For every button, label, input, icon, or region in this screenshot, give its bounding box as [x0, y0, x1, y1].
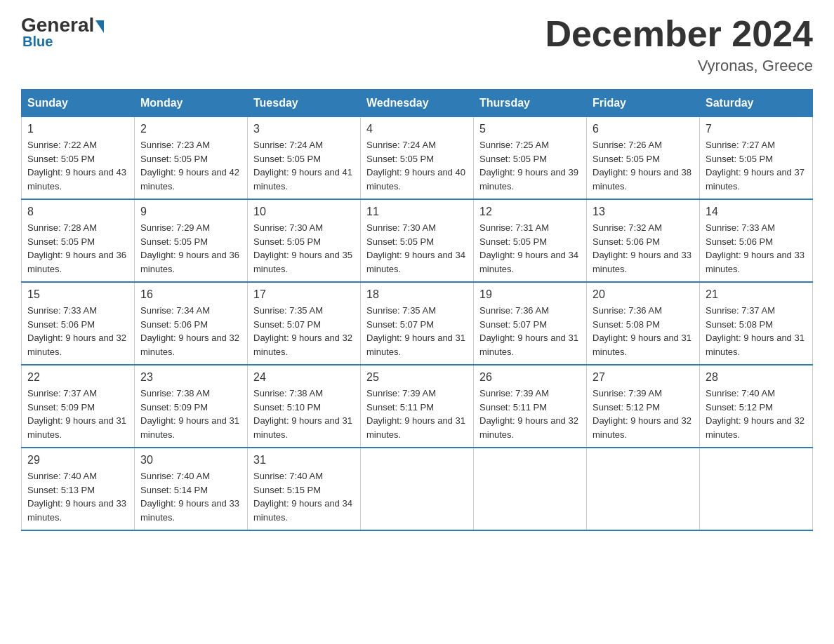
calendar-cell: 23Sunrise: 7:38 AMSunset: 5:09 PMDayligh… [135, 365, 248, 448]
calendar-cell: 26Sunrise: 7:39 AMSunset: 5:11 PMDayligh… [474, 365, 587, 448]
day-info: Sunrise: 7:25 AMSunset: 5:05 PMDaylight:… [479, 138, 581, 193]
day-number: 27 [593, 371, 694, 384]
calendar-header-row: SundayMondayTuesdayWednesdayThursdayFrid… [22, 90, 813, 117]
day-number: 22 [27, 371, 128, 384]
calendar-cell: 13Sunrise: 7:32 AMSunset: 5:06 PMDayligh… [587, 199, 700, 282]
col-header-thursday: Thursday [474, 90, 587, 117]
calendar-week-row: 1Sunrise: 7:22 AMSunset: 5:05 PMDaylight… [22, 117, 813, 200]
col-header-wednesday: Wednesday [361, 90, 474, 117]
calendar-cell: 19Sunrise: 7:36 AMSunset: 5:07 PMDayligh… [474, 282, 587, 365]
day-number: 28 [706, 371, 807, 384]
logo-blue: Blue [22, 34, 53, 50]
day-number: 16 [140, 288, 241, 301]
calendar-cell: 25Sunrise: 7:39 AMSunset: 5:11 PMDayligh… [361, 365, 474, 448]
col-header-monday: Monday [135, 90, 248, 117]
day-info: Sunrise: 7:31 AMSunset: 5:05 PMDaylight:… [479, 221, 581, 276]
col-header-saturday: Saturday [700, 90, 813, 117]
calendar-cell: 15Sunrise: 7:33 AMSunset: 5:06 PMDayligh… [22, 282, 135, 365]
col-header-tuesday: Tuesday [248, 90, 361, 117]
day-info: Sunrise: 7:37 AMSunset: 5:09 PMDaylight:… [27, 387, 128, 441]
day-info: Sunrise: 7:33 AMSunset: 5:06 PMDaylight:… [27, 304, 128, 358]
day-info: Sunrise: 7:28 AMSunset: 5:05 PMDaylight:… [27, 221, 128, 276]
day-info: Sunrise: 7:24 AMSunset: 5:05 PMDaylight:… [253, 138, 355, 193]
day-info: Sunrise: 7:23 AMSunset: 5:05 PMDaylight:… [140, 138, 241, 193]
day-number: 21 [706, 288, 807, 301]
calendar-cell: 11Sunrise: 7:30 AMSunset: 5:05 PMDayligh… [361, 199, 474, 282]
calendar-cell: 22Sunrise: 7:37 AMSunset: 5:09 PMDayligh… [22, 365, 135, 448]
calendar-table: SundayMondayTuesdayWednesdayThursdayFrid… [21, 89, 813, 531]
logo: General Blue [21, 14, 104, 50]
day-number: 9 [140, 206, 241, 218]
calendar-cell: 7Sunrise: 7:27 AMSunset: 5:05 PMDaylight… [700, 117, 813, 200]
day-number: 15 [27, 288, 128, 301]
day-number: 2 [140, 123, 241, 135]
calendar-cell: 9Sunrise: 7:29 AMSunset: 5:05 PMDaylight… [135, 199, 248, 282]
day-info: Sunrise: 7:30 AMSunset: 5:05 PMDaylight:… [366, 221, 468, 276]
day-info: Sunrise: 7:39 AMSunset: 5:12 PMDaylight:… [593, 387, 694, 441]
calendar-cell: 8Sunrise: 7:28 AMSunset: 5:05 PMDaylight… [22, 199, 135, 282]
day-info: Sunrise: 7:32 AMSunset: 5:06 PMDaylight:… [593, 221, 694, 276]
calendar-cell: 4Sunrise: 7:24 AMSunset: 5:05 PMDaylight… [361, 117, 474, 200]
day-info: Sunrise: 7:40 AMSunset: 5:12 PMDaylight:… [706, 387, 807, 441]
day-info: Sunrise: 7:40 AMSunset: 5:13 PMDaylight:… [27, 469, 128, 524]
day-info: Sunrise: 7:38 AMSunset: 5:09 PMDaylight:… [140, 387, 241, 441]
calendar-cell: 30Sunrise: 7:40 AMSunset: 5:14 PMDayligh… [135, 448, 248, 530]
calendar-cell: 6Sunrise: 7:26 AMSunset: 5:05 PMDaylight… [587, 117, 700, 200]
calendar-cell [474, 448, 587, 530]
day-number: 12 [479, 206, 581, 218]
day-number: 18 [366, 288, 468, 301]
day-info: Sunrise: 7:29 AMSunset: 5:05 PMDaylight:… [140, 221, 241, 276]
day-info: Sunrise: 7:33 AMSunset: 5:06 PMDaylight:… [706, 221, 807, 276]
day-number: 13 [593, 206, 694, 218]
calendar-cell: 1Sunrise: 7:22 AMSunset: 5:05 PMDaylight… [22, 117, 135, 200]
calendar-cell: 28Sunrise: 7:40 AMSunset: 5:12 PMDayligh… [700, 365, 813, 448]
calendar-week-row: 8Sunrise: 7:28 AMSunset: 5:05 PMDaylight… [22, 199, 813, 282]
calendar-cell: 27Sunrise: 7:39 AMSunset: 5:12 PMDayligh… [587, 365, 700, 448]
day-number: 3 [253, 123, 355, 135]
calendar-cell [361, 448, 474, 530]
day-number: 30 [140, 454, 241, 467]
day-number: 8 [27, 206, 128, 218]
calendar-cell: 10Sunrise: 7:30 AMSunset: 5:05 PMDayligh… [248, 199, 361, 282]
day-number: 10 [253, 206, 355, 218]
day-number: 7 [706, 123, 807, 135]
day-info: Sunrise: 7:24 AMSunset: 5:05 PMDaylight:… [366, 138, 468, 193]
day-info: Sunrise: 7:34 AMSunset: 5:06 PMDaylight:… [140, 304, 241, 358]
calendar-cell: 29Sunrise: 7:40 AMSunset: 5:13 PMDayligh… [22, 448, 135, 530]
day-number: 1 [27, 123, 128, 135]
title-section: December 2024 Vyronas, Greece [545, 14, 813, 75]
calendar-cell: 21Sunrise: 7:37 AMSunset: 5:08 PMDayligh… [700, 282, 813, 365]
day-number: 19 [479, 288, 581, 301]
day-info: Sunrise: 7:39 AMSunset: 5:11 PMDaylight:… [479, 387, 581, 441]
day-number: 11 [366, 206, 468, 218]
calendar-cell: 31Sunrise: 7:40 AMSunset: 5:15 PMDayligh… [248, 448, 361, 530]
day-info: Sunrise: 7:37 AMSunset: 5:08 PMDaylight:… [706, 304, 807, 358]
month-title: December 2024 [545, 14, 813, 54]
day-number: 20 [593, 288, 694, 301]
col-header-friday: Friday [587, 90, 700, 117]
day-number: 6 [593, 123, 694, 135]
day-number: 26 [479, 371, 581, 384]
calendar-cell: 18Sunrise: 7:35 AMSunset: 5:07 PMDayligh… [361, 282, 474, 365]
calendar-cell: 14Sunrise: 7:33 AMSunset: 5:06 PMDayligh… [700, 199, 813, 282]
calendar-cell [587, 448, 700, 530]
day-number: 5 [479, 123, 581, 135]
col-header-sunday: Sunday [22, 90, 135, 117]
day-number: 31 [253, 454, 355, 467]
day-number: 17 [253, 288, 355, 301]
day-info: Sunrise: 7:40 AMSunset: 5:15 PMDaylight:… [253, 469, 355, 524]
day-number: 29 [27, 454, 128, 467]
calendar-cell: 24Sunrise: 7:38 AMSunset: 5:10 PMDayligh… [248, 365, 361, 448]
day-info: Sunrise: 7:36 AMSunset: 5:08 PMDaylight:… [593, 304, 694, 358]
day-info: Sunrise: 7:40 AMSunset: 5:14 PMDaylight:… [140, 469, 241, 524]
day-info: Sunrise: 7:39 AMSunset: 5:11 PMDaylight:… [366, 387, 468, 441]
day-number: 4 [366, 123, 468, 135]
page-header: General Blue December 2024 Vyronas, Gree… [21, 14, 813, 75]
day-number: 14 [706, 206, 807, 218]
day-info: Sunrise: 7:38 AMSunset: 5:10 PMDaylight:… [253, 387, 355, 441]
day-info: Sunrise: 7:26 AMSunset: 5:05 PMDaylight:… [593, 138, 694, 193]
day-number: 24 [253, 371, 355, 384]
day-number: 25 [366, 371, 468, 384]
calendar-cell: 12Sunrise: 7:31 AMSunset: 5:05 PMDayligh… [474, 199, 587, 282]
day-info: Sunrise: 7:27 AMSunset: 5:05 PMDaylight:… [706, 138, 807, 193]
